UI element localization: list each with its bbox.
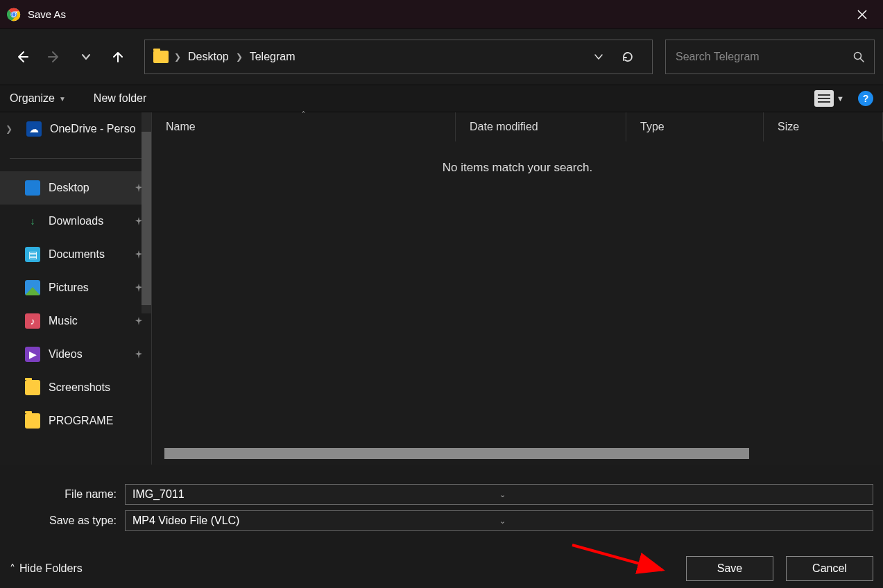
sidebar-item-label: OneDrive - Perso (50, 123, 136, 135)
chevron-up-icon: ˄ (10, 562, 15, 576)
download-icon: ↓ (25, 214, 40, 229)
pin-icon (135, 350, 143, 358)
sidebar-item-music[interactable]: ♪Music (0, 304, 151, 338)
column-date[interactable]: Date modified (456, 112, 626, 141)
sidebar-item-screenshots[interactable]: Screenshots (0, 371, 151, 404)
sidebar: ❯ ☁ OneDrive - Perso Desktop↓Downloads▤D… (0, 112, 151, 465)
bottom-actions: ˄ Hide Folders Save Cancel (0, 556, 883, 581)
horizontal-scrollbar-thumb[interactable] (164, 448, 749, 459)
save-button[interactable]: Save (686, 556, 773, 581)
folder-icon (25, 413, 40, 429)
folder-icon (25, 380, 40, 395)
caret-down-icon: ▼ (59, 95, 66, 103)
filename-row: File name: ⌄ (10, 484, 873, 505)
column-date-label: Date modified (470, 121, 538, 133)
savetype-label: Save as type: (10, 514, 125, 527)
chrome-icon (7, 8, 21, 21)
new-folder-label: New folder (94, 92, 146, 105)
sidebar-item-desktop[interactable]: Desktop (0, 171, 151, 205)
recent-dropdown[interactable] (72, 43, 100, 71)
search-icon[interactable] (853, 51, 864, 62)
sidebar-item-label: Screenshots (49, 381, 110, 394)
save-button-label: Save (717, 562, 742, 575)
nav-bar: ❯ Desktop ❯ Telegram (0, 29, 883, 85)
sidebar-item-label: Downloads (49, 215, 103, 227)
breadcrumb-desktop[interactable]: Desktop (187, 51, 230, 63)
close-button[interactable] (848, 1, 876, 28)
onedrive-icon: ☁ (26, 121, 42, 137)
svg-rect-6 (818, 98, 830, 99)
window-title: Save As (28, 8, 848, 20)
sidebar-item-label: Videos (49, 348, 83, 361)
view-options-dropdown[interactable]: ▼ (837, 94, 844, 103)
title-bar: Save As (0, 0, 883, 29)
desktop-icon (25, 180, 40, 196)
bottom-panel: File name: ⌄ Save as type: MP4 Video Fil… (0, 465, 883, 588)
chevron-right-icon[interactable]: ❯ (6, 124, 18, 134)
view-options-button[interactable] (814, 90, 834, 107)
organize-button[interactable]: Organize ▼ (10, 92, 66, 105)
chevron-right-icon[interactable]: ❯ (236, 52, 243, 62)
sidebar-scrollbar-thumb[interactable] (142, 132, 151, 305)
chevron-right-icon[interactable]: ❯ (174, 52, 181, 62)
sidebar-item-pictures[interactable]: Pictures (0, 271, 151, 304)
column-name-label: Name (166, 121, 196, 133)
hide-folders-label: Hide Folders (19, 562, 83, 575)
help-button[interactable]: ? (858, 91, 873, 106)
sidebar-item-label: Pictures (49, 282, 89, 294)
search-input[interactable] (676, 51, 853, 63)
breadcrumb-telegram[interactable]: Telegram (248, 51, 297, 63)
music-icon: ♪ (25, 313, 40, 329)
filename-label: File name: (10, 488, 125, 501)
new-folder-button[interactable]: New folder (94, 92, 146, 105)
hide-folders-button[interactable]: ˄ Hide Folders (10, 562, 83, 576)
filename-field[interactable]: ⌄ (125, 484, 873, 505)
sidebar-item-onedrive[interactable]: ❯ ☁ OneDrive - Perso (0, 112, 151, 146)
svg-point-3 (12, 12, 16, 16)
savetype-row: Save as type: MP4 Video File (VLC) ⌄ (10, 510, 873, 531)
main-area: ❯ ☁ OneDrive - Perso Desktop↓Downloads▤D… (0, 112, 883, 465)
savetype-value: MP4 Video File (VLC) (132, 514, 499, 527)
document-icon: ▤ (25, 247, 40, 262)
forward-button[interactable] (40, 43, 68, 71)
refresh-button[interactable] (621, 51, 644, 63)
sidebar-item-label: PROGRAME (49, 415, 113, 427)
sidebar-item-label: Documents (49, 248, 105, 261)
address-dropdown[interactable] (594, 52, 616, 62)
sidebar-item-downloads[interactable]: ↓Downloads (0, 205, 151, 238)
column-name[interactable]: Name ˄ (152, 112, 456, 141)
pin-icon (135, 317, 143, 325)
cancel-button[interactable]: Cancel (786, 556, 873, 581)
column-size[interactable]: Size (764, 112, 883, 141)
sidebar-item-label: Desktop (49, 182, 89, 194)
sort-indicator-icon: ˄ (302, 110, 305, 118)
svg-rect-5 (818, 94, 830, 96)
back-button[interactable] (8, 43, 36, 71)
file-list: Name ˄ Date modified Type Size No items … (151, 112, 883, 465)
sidebar-item-videos[interactable]: ▶Videos (0, 338, 151, 371)
folder-icon (153, 51, 169, 63)
filename-dropdown[interactable]: ⌄ (499, 490, 866, 499)
sidebar-item-programe[interactable]: PROGRAME (0, 404, 151, 438)
empty-message: No items match your search. (152, 141, 883, 175)
up-button[interactable] (104, 43, 132, 71)
sidebar-item-label: Music (49, 315, 78, 327)
cancel-button-label: Cancel (812, 562, 847, 575)
column-type[interactable]: Type (626, 112, 764, 141)
toolbar: Organize ▼ New folder ▼ ? (0, 85, 883, 112)
filename-input[interactable] (132, 488, 499, 501)
video-icon: ▶ (25, 347, 40, 362)
column-headers: Name ˄ Date modified Type Size (152, 112, 883, 141)
search-bar[interactable] (665, 40, 875, 74)
address-bar[interactable]: ❯ Desktop ❯ Telegram (144, 40, 653, 74)
organize-label: Organize (10, 92, 55, 105)
column-size-label: Size (778, 121, 799, 133)
picture-icon (25, 280, 40, 295)
savetype-dropdown[interactable]: ⌄ (499, 517, 866, 526)
savetype-field[interactable]: MP4 Video File (VLC) ⌄ (125, 510, 873, 531)
sidebar-item-documents[interactable]: ▤Documents (0, 238, 151, 271)
separator (10, 158, 142, 159)
column-type-label: Type (640, 121, 665, 133)
svg-rect-7 (818, 101, 830, 103)
